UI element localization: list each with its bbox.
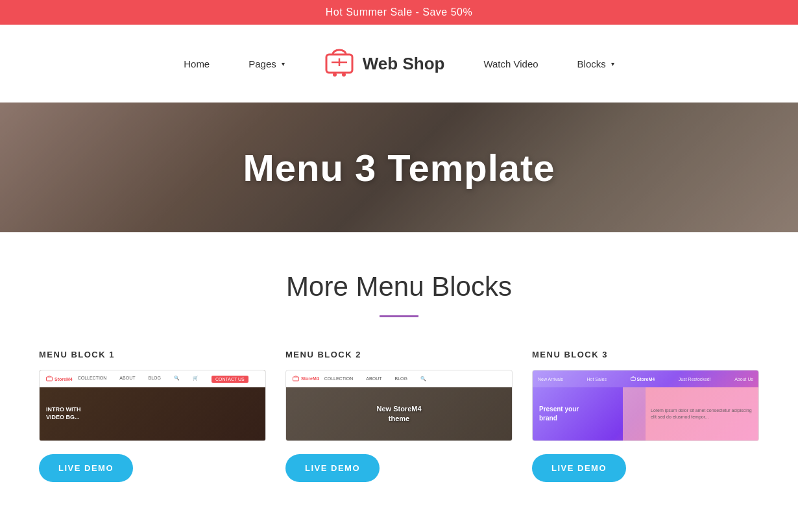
card-1-live-demo-button[interactable]: LIVE DEMO [39,454,133,482]
svg-point-2 [342,73,346,77]
card-1-preview-text: INTRO WITHVIDEO BG... [46,406,81,421]
nav-home-label: Home [184,58,210,69]
card-3-tab-new-arrivals: New Arrivals [538,377,563,381]
blocks-chevron-icon: ▾ [611,60,614,67]
cart-icon [324,48,355,79]
more-menu-blocks-section: More Menu Blocks MENU BLOCK 1 StoreM4 CO… [0,232,798,508]
hero-section: Menu 3 Template [0,103,798,232]
card-1-nav-items: COLLECTION ABOUT BLOG 🔍 🛒 CONTACT US [78,376,248,383]
logo-text: Web Shop [363,54,445,74]
cards-grid: MENU BLOCK 1 StoreM4 COLLECTION ABOUT BL… [26,350,772,482]
top-banner: Hot Summer Sale - Save 50% [0,0,798,25]
nav-items: Home Pages ▾ Web Shop Watch Video Blocks… [164,48,634,79]
card-3-preview-text: Present yourbrand [539,405,752,423]
nav-home[interactable]: Home [164,58,229,69]
nav-watch-video-label: Watch Video [483,58,538,69]
card-2-live-demo-button[interactable]: LIVE DEMO [285,454,380,482]
svg-point-1 [333,73,337,77]
card-2-preview-text: New StoreM4theme [376,404,421,424]
card-2-label: MENU BLOCK 2 [285,350,513,359]
banner-text: Hot Summer Sale - Save 50% [326,6,472,18]
card-1-preview: StoreM4 COLLECTION ABOUT BLOG 🔍 🛒 CONTAC… [39,370,266,441]
nav-pages-label: Pages [248,58,276,69]
card-3-label: MENU BLOCK 3 [532,350,759,359]
nav-watch-video[interactable]: Watch Video [464,58,557,69]
section-title: More Menu Blocks [26,271,772,302]
nav-blocks-label: Blocks [577,58,606,69]
section-divider [380,315,418,317]
svg-rect-5 [47,377,53,381]
card-3-body: Present yourbrand Lorem ipsum dolor sit … [533,387,758,441]
card-1-contact-btn: CONTACT US [212,376,248,383]
nav-pages[interactable]: Pages ▾ [229,58,304,69]
navbar: Home Pages ▾ Web Shop Watch Video Blocks… [0,25,798,103]
card-3-navbar: New Arrivals Hot Sales StoreM4 Just Rest… [533,370,758,387]
card-3-tab-about-us: About Us [734,377,753,381]
nav-logo[interactable]: Web Shop [304,48,465,79]
card-menu-block-3: MENU BLOCK 3 New Arrivals Hot Sales Stor… [532,350,759,482]
card-2-logo: StoreM4 [293,376,319,382]
pages-chevron-icon: ▾ [282,60,285,67]
card-3-logo: StoreM4 [631,376,655,381]
hero-title: Menu 3 Template [243,146,555,189]
card-1-logo: StoreM4 [46,376,73,382]
card-2-navbar: StoreM4 COLLECTION ABOUT BLOG 🔍 [286,370,512,387]
card-3-live-demo-button[interactable]: LIVE DEMO [532,454,626,482]
card-2-body: New StoreM4theme [286,387,512,441]
card-1-navbar: StoreM4 COLLECTION ABOUT BLOG 🔍 🛒 CONTAC… [40,370,265,387]
card-1-body: INTRO WITHVIDEO BG... [40,387,265,441]
card-3-preview: New Arrivals Hot Sales StoreM4 Just Rest… [532,370,759,441]
card-1-label: MENU BLOCK 1 [39,350,266,359]
card-menu-block-2: MENU BLOCK 2 StoreM4 COLLECTION ABOUT BL… [285,350,513,482]
card-3-tab-hot-sales: Hot Sales [587,377,607,381]
svg-rect-6 [293,377,299,381]
svg-rect-7 [631,378,635,381]
card-menu-block-1: MENU BLOCK 1 StoreM4 COLLECTION ABOUT BL… [39,350,266,482]
card-3-tab-just-restocked: Just Restocked! [679,377,711,381]
nav-blocks[interactable]: Blocks ▾ [558,58,634,69]
card-2-preview: StoreM4 COLLECTION ABOUT BLOG 🔍 New Stor… [285,370,513,441]
card-2-nav-items: COLLECTION ABOUT BLOG 🔍 [324,376,426,381]
